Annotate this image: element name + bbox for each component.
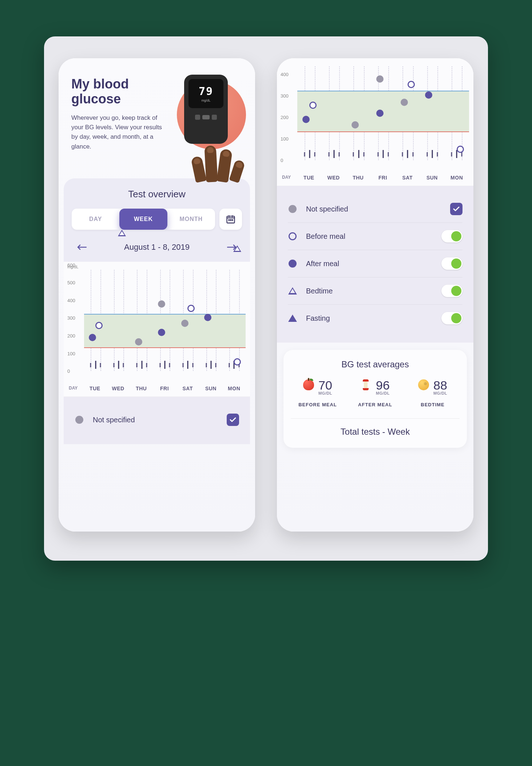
avg-value: 88 bbox=[433, 378, 447, 392]
y-tick: 0 bbox=[67, 368, 70, 374]
hero-section: My blood glucose Wherever you go, keep t… bbox=[59, 58, 255, 175]
x-tick: MON bbox=[222, 386, 246, 391]
bg-chart-continued: 0 100 200 300 400 DAY TUE WED THU FRI SA… bbox=[277, 58, 473, 186]
test-overview-card: Test overview DAY WEEK MONTH Augu bbox=[64, 178, 250, 444]
legend-label: Before meal bbox=[306, 232, 433, 241]
y-tick: 400 bbox=[281, 72, 289, 77]
legend-label: Not specified bbox=[306, 205, 441, 213]
toggle-fasting[interactable] bbox=[441, 312, 462, 324]
segment-month[interactable]: MONTH bbox=[167, 209, 215, 230]
hollow-triangle-icon bbox=[288, 287, 297, 295]
legend-row-after-meal: After meal bbox=[288, 250, 462, 277]
x-tick: FRI bbox=[370, 175, 395, 181]
phone-screen-details: 0 100 200 300 400 DAY TUE WED THU FRI SA… bbox=[277, 58, 473, 532]
legend-panel-full: Not specified Before meal After meal bbox=[277, 186, 473, 343]
avg-unit: MG/DL bbox=[364, 391, 402, 395]
gray-dot-icon bbox=[289, 205, 297, 213]
data-point bbox=[376, 75, 384, 83]
data-point bbox=[302, 116, 310, 123]
x-tick: THU bbox=[130, 386, 153, 391]
y-tick: 300 bbox=[67, 315, 75, 321]
meter-unit: mg/dL bbox=[201, 99, 210, 102]
avg-label: AFTER MEAL bbox=[348, 402, 402, 407]
y-tick: 200 bbox=[67, 333, 75, 338]
prev-range-button[interactable] bbox=[75, 240, 89, 254]
moon-icon bbox=[418, 379, 429, 390]
y-tick: 500 bbox=[67, 280, 75, 285]
avg-label: BEFORE MEAL bbox=[291, 402, 345, 407]
legend-label: Not specified bbox=[93, 416, 218, 424]
x-tick: MON bbox=[444, 175, 469, 181]
data-point bbox=[234, 358, 241, 366]
legend-label: After meal bbox=[306, 260, 433, 268]
legend-row-not-specified: Not specified bbox=[75, 406, 239, 433]
hand-icon bbox=[180, 138, 246, 182]
page-title: My blood glucose bbox=[71, 76, 162, 107]
calendar-icon bbox=[226, 214, 236, 224]
avg-before-meal: 70 MG/DL BEFORE MEAL bbox=[291, 378, 345, 407]
filled-triangle-icon bbox=[288, 315, 297, 322]
legend-row-not-specified: Not specified bbox=[288, 196, 462, 223]
x-tick: SAT bbox=[176, 386, 199, 391]
x-tick: WED bbox=[321, 175, 346, 181]
legend-row-before-meal: Before meal bbox=[288, 223, 462, 250]
legend-label: Fasting bbox=[306, 314, 433, 323]
legend-panel: Not specified bbox=[64, 397, 250, 444]
glucose-meter-icon: 79 mg/dL bbox=[184, 75, 228, 144]
avg-bedtime: 88 MG/DL BEDTIME bbox=[406, 378, 460, 407]
data-point bbox=[457, 146, 464, 153]
x-tick: SAT bbox=[395, 175, 420, 181]
toggle-after-meal[interactable] bbox=[441, 257, 462, 270]
x-tick: THU bbox=[346, 175, 370, 181]
calendar-button[interactable] bbox=[219, 209, 242, 230]
data-point bbox=[95, 322, 103, 329]
y-tick: 600 bbox=[67, 262, 75, 268]
y-tick: 400 bbox=[67, 297, 75, 303]
data-point bbox=[204, 314, 211, 321]
checkbox-not-specified[interactable] bbox=[450, 203, 462, 215]
date-range-label: August 1 - 8, 2019 bbox=[124, 242, 190, 252]
averages-title: BG test averages bbox=[291, 359, 460, 370]
averages-card: BG test averages 70 MG/DL BEFORE MEAL bbox=[283, 350, 467, 448]
range-segmented-control: DAY WEEK MONTH bbox=[72, 209, 215, 230]
y-tick: 100 bbox=[281, 136, 289, 142]
x-tick: WED bbox=[107, 386, 130, 391]
data-point bbox=[352, 121, 359, 129]
data-point bbox=[233, 245, 241, 252]
data-point bbox=[425, 91, 432, 99]
x-tick: SUN bbox=[199, 386, 223, 391]
svg-point-2 bbox=[230, 220, 231, 220]
data-point bbox=[181, 320, 188, 327]
filled-circle-icon bbox=[289, 260, 297, 268]
avg-unit: MG/DL bbox=[421, 391, 460, 395]
x-tick: TUE bbox=[83, 386, 107, 391]
segment-week[interactable]: WEEK bbox=[119, 209, 167, 230]
y-tick: 200 bbox=[281, 115, 289, 120]
svg-point-3 bbox=[232, 220, 233, 220]
apple-icon bbox=[303, 379, 314, 390]
toggle-bedtime[interactable] bbox=[441, 285, 462, 297]
gray-dot-icon bbox=[75, 416, 83, 424]
meter-reading: 79 bbox=[199, 85, 213, 98]
toggle-before-meal[interactable] bbox=[441, 230, 462, 242]
legend-row-fasting: Fasting bbox=[288, 305, 462, 332]
data-point bbox=[376, 110, 384, 117]
data-point bbox=[135, 338, 142, 346]
avg-label: BEDTIME bbox=[406, 402, 460, 407]
overview-title: Test overview bbox=[72, 189, 242, 200]
data-point bbox=[89, 334, 96, 341]
legend-label: Bedtime bbox=[306, 287, 433, 295]
data-point bbox=[401, 99, 408, 106]
x-tick: SUN bbox=[420, 175, 445, 181]
hollow-circle-icon bbox=[289, 232, 297, 240]
checkbox-not-specified[interactable] bbox=[227, 414, 239, 426]
segment-day[interactable]: DAY bbox=[72, 209, 119, 230]
data-point bbox=[187, 305, 195, 312]
avg-value: 70 bbox=[318, 378, 332, 392]
y-tick: 0 bbox=[281, 158, 283, 163]
avg-after-meal: 96 MG/DL AFTER MEAL bbox=[348, 378, 402, 407]
x-axis-label: DAY bbox=[282, 175, 297, 181]
x-axis-label: DAY bbox=[69, 386, 83, 391]
data-point bbox=[118, 230, 126, 236]
bg-chart: mg/dL 0 100 200 300 400 500 600 DAY TUE … bbox=[64, 262, 250, 397]
